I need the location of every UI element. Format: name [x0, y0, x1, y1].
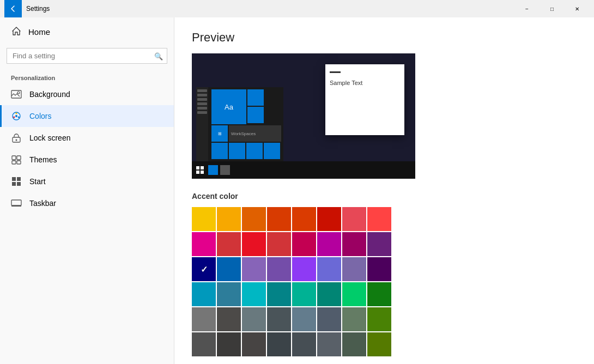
taskbar-icon [11, 198, 22, 209]
color-swatch[interactable] [267, 282, 291, 306]
preview-tiles: Aa ⊞ WorkSpaces [211, 89, 281, 159]
page-title: Preview [192, 31, 577, 45]
color-swatch[interactable] [342, 257, 366, 281]
search-box: 🔍 [7, 48, 167, 64]
svg-rect-9 [12, 156, 16, 160]
tile-row-2: ⊞ WorkSpaces [211, 125, 281, 142]
sidebar: Home 🔍 Personalization Background [0, 17, 174, 364]
background-icon [11, 89, 22, 100]
color-swatch[interactable] [242, 207, 266, 231]
close-button[interactable]: ✕ [565, 0, 590, 17]
color-swatch[interactable] [342, 332, 366, 356]
color-swatch[interactable] [342, 307, 366, 331]
color-swatch[interactable] [192, 282, 216, 306]
color-swatch[interactable] [317, 257, 341, 281]
color-swatch[interactable] [192, 232, 216, 256]
sidebar-item-lock-screen[interactable]: Lock screen [0, 127, 174, 149]
logo-text: ⊞ [218, 131, 222, 136]
svg-rect-13 [12, 177, 16, 181]
color-swatch[interactable] [217, 232, 241, 256]
color-swatch[interactable] [367, 257, 391, 281]
tile-sm [247, 89, 264, 106]
color-swatch[interactable] [367, 282, 391, 306]
color-swatch[interactable] [242, 282, 266, 306]
color-swatch[interactable] [317, 332, 341, 356]
color-swatch[interactable] [367, 307, 391, 331]
background-label: Background [29, 90, 70, 99]
menu-sidebar-item [197, 107, 207, 110]
sidebar-item-background[interactable]: Background [0, 83, 174, 105]
color-swatch[interactable] [267, 257, 291, 281]
sidebar-item-start[interactable]: Start [0, 171, 174, 192]
color-swatch[interactable] [342, 282, 366, 306]
color-swatch[interactable] [267, 207, 291, 231]
color-row [192, 307, 577, 331]
color-swatch[interactable] [192, 332, 216, 356]
themes-icon [11, 154, 22, 165]
color-row [192, 282, 577, 306]
svg-rect-17 [11, 200, 21, 205]
tile-col [247, 89, 264, 124]
sidebar-item-colors[interactable]: Colors [0, 105, 174, 127]
color-swatch[interactable] [367, 207, 391, 231]
color-swatch[interactable] [367, 332, 391, 356]
lock-icon [11, 132, 22, 143]
svg-rect-12 [17, 161, 21, 164]
back-button[interactable] [4, 0, 22, 17]
svg-rect-15 [12, 182, 16, 186]
sidebar-item-themes[interactable]: Themes [0, 149, 174, 171]
color-swatch[interactable] [317, 307, 341, 331]
sidebar-item-home[interactable]: Home [0, 17, 174, 46]
color-swatch[interactable] [342, 207, 366, 231]
minimize-button[interactable]: − [514, 0, 540, 17]
color-swatch[interactable] [292, 207, 316, 231]
search-input[interactable] [7, 48, 167, 64]
color-swatch[interactable] [267, 232, 291, 256]
color-swatch[interactable] [267, 332, 291, 356]
menu-sidebar-item [197, 98, 207, 101]
svg-rect-16 [17, 182, 21, 186]
preview-start-menu: Aa ⊞ WorkSpaces [196, 87, 283, 161]
personalization-label: Personalization [0, 70, 174, 83]
svg-rect-21 [196, 171, 199, 174]
color-row [192, 332, 577, 356]
color-swatch[interactable] [317, 282, 341, 306]
color-swatch[interactable] [292, 307, 316, 331]
svg-rect-10 [17, 156, 21, 160]
color-swatch[interactable] [267, 307, 291, 331]
color-swatch[interactable] [367, 232, 391, 256]
color-swatch[interactable] [317, 207, 341, 231]
color-swatch[interactable] [242, 332, 266, 356]
color-swatch[interactable] [317, 232, 341, 256]
color-swatch[interactable] [217, 207, 241, 231]
color-swatch[interactable] [242, 257, 266, 281]
color-grid [192, 207, 577, 356]
color-swatch[interactable] [242, 232, 266, 256]
svg-rect-22 [201, 171, 204, 174]
taskbar-label: Taskbar [29, 199, 56, 208]
color-swatch[interactable] [217, 282, 241, 306]
color-swatch[interactable] [217, 307, 241, 331]
svg-point-6 [15, 115, 17, 117]
color-swatch[interactable] [192, 207, 216, 231]
color-swatch[interactable] [292, 282, 316, 306]
color-swatch[interactable] [342, 232, 366, 256]
color-swatch[interactable] [217, 257, 241, 281]
sidebar-item-taskbar[interactable]: Taskbar [0, 192, 174, 214]
menu-sidebar-item [197, 111, 207, 114]
maximize-button[interactable]: □ [540, 0, 565, 17]
workspace-label: WorkSpaces [231, 131, 256, 136]
menu-sidebar-item [197, 94, 207, 96]
color-swatch[interactable] [217, 332, 241, 356]
tile-sm-3c [246, 143, 263, 159]
color-swatch[interactable] [292, 257, 316, 281]
color-swatch[interactable] [242, 307, 266, 331]
color-swatch[interactable] [192, 307, 216, 331]
colors-icon [11, 111, 22, 122]
menu-sidebar-item [197, 89, 207, 92]
color-swatch[interactable] [192, 257, 216, 281]
svg-rect-19 [196, 166, 199, 169]
color-swatch[interactable] [292, 232, 316, 256]
color-swatch[interactable] [292, 332, 316, 356]
tile-row: Aa [211, 89, 281, 124]
